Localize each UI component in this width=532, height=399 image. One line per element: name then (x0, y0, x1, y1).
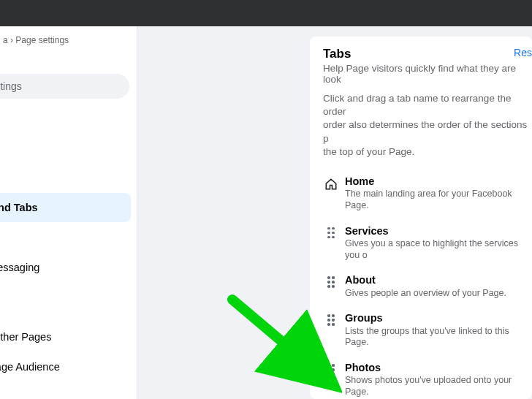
drag-handle-icon[interactable] (323, 362, 339, 376)
top-bar (0, 0, 532, 26)
tab-name: Groups (345, 312, 532, 324)
sidebar-item-5[interactable]: ed messaging (0, 253, 131, 282)
tab-text: Home The main landing area for your Face… (339, 175, 532, 212)
drag-handle-icon[interactable] (323, 274, 339, 288)
tab-row-services[interactable]: Services Gives you a space to highlight … (323, 218, 532, 268)
panel-description: Click and drag a tab name to rearrange t… (323, 92, 532, 159)
tab-desc: Lists the groups that you've linked to t… (345, 326, 532, 349)
breadcrumb-current: Page settings (15, 35, 69, 45)
tab-row-photos[interactable]: Photos Shows photos you've uploaded onto… (323, 355, 532, 399)
tab-text: Services Gives you a space to highlight … (339, 225, 532, 262)
tab-name: Photos (345, 362, 532, 374)
sidebar-item-6[interactable]: oles (0, 283, 131, 312)
home-icon (323, 175, 339, 191)
panel-subtitle: Help Page visitors quickly find what the… (323, 63, 532, 85)
sidebar-nav: ing fo tes and Tabs tions ed messaging o… (0, 103, 137, 381)
search-placeholder: ge settings (0, 80, 22, 92)
content-container: a › Page settings ings ge settings ing f… (0, 26, 532, 399)
drag-handle-icon[interactable] (323, 312, 339, 326)
tab-desc: The main landing area for your Facebook … (345, 189, 532, 211)
tab-desc: Gives you a space to highlight the servi… (345, 238, 532, 261)
sidebar-item-0[interactable] (0, 103, 131, 132)
main-area: Tabs Res Help Page visitors quickly find… (137, 26, 532, 399)
tab-row-groups[interactable]: Groups Lists the groups that you've link… (323, 305, 532, 355)
tab-name: Home (345, 175, 532, 188)
tab-desc: Gives people an overview of your Page. (345, 288, 506, 300)
tab-row-about[interactable]: About Gives people an overview of your P… (323, 267, 532, 305)
page-title: ings (0, 47, 137, 74)
sidebar-gap (0, 313, 131, 322)
breadcrumb[interactable]: a › Page settings (0, 34, 137, 47)
panel-header: Tabs Res (323, 47, 532, 61)
sidebar-item-label: ed messaging (0, 262, 39, 273)
panel-title: Tabs (323, 47, 351, 61)
breadcrumb-sep: › (8, 35, 16, 45)
breadcrumb-prev[interactable]: a (3, 35, 8, 45)
sidebar-item-label: tes and Tabs (0, 202, 38, 213)
tab-desc: Shows photos you've uploaded onto your P… (345, 375, 532, 398)
tab-text: About Gives people an overview of your P… (339, 274, 506, 299)
tabs-list: Home The main landing area for your Face… (323, 169, 532, 399)
sidebar-item-4[interactable]: tions (0, 223, 131, 252)
sidebar-item-2[interactable]: fo (0, 163, 131, 192)
sidebar-item-1[interactable]: ing (0, 133, 131, 162)
tabs-panel: Tabs Res Help Page visitors quickly find… (310, 37, 532, 399)
tab-text: Groups Lists the groups that you've link… (339, 312, 532, 349)
tab-text: Photos Shows photos you've uploaded onto… (339, 362, 532, 398)
tab-name: Services (345, 225, 532, 238)
sidebar: a › Page settings ings ge settings ing f… (0, 26, 137, 399)
search-input[interactable]: ge settings (0, 74, 129, 99)
tab-row-home[interactable]: Home The main landing area for your Face… (323, 169, 532, 218)
tab-name: About (345, 274, 506, 286)
sidebar-item-label: and other Pages (0, 331, 51, 343)
sidebar-item-label: ed Page Audience (0, 361, 60, 373)
reset-link[interactable]: Res (514, 47, 532, 58)
drag-handle-icon[interactable] (323, 225, 339, 239)
sidebar-item-8[interactable]: ed Page Audience (0, 352, 131, 381)
sidebar-item-7[interactable]: and other Pages (0, 322, 131, 352)
sidebar-item-templates-tabs[interactable]: tes and Tabs (0, 193, 131, 222)
